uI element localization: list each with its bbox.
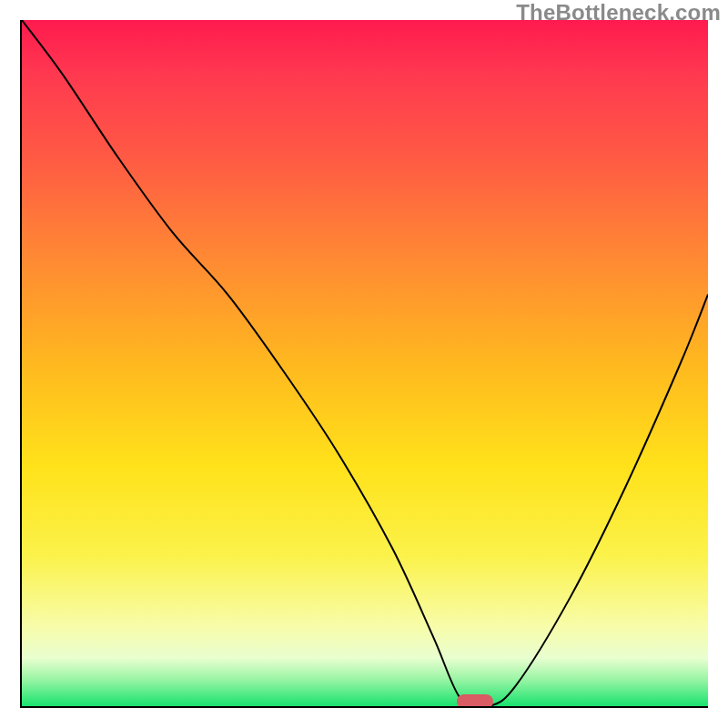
bottleneck-chart: TheBottleneck.com (0, 0, 728, 728)
curve-layer (22, 20, 708, 706)
optimal-marker (457, 694, 493, 708)
plot-area (20, 20, 708, 708)
bottleneck-curve (22, 20, 708, 706)
